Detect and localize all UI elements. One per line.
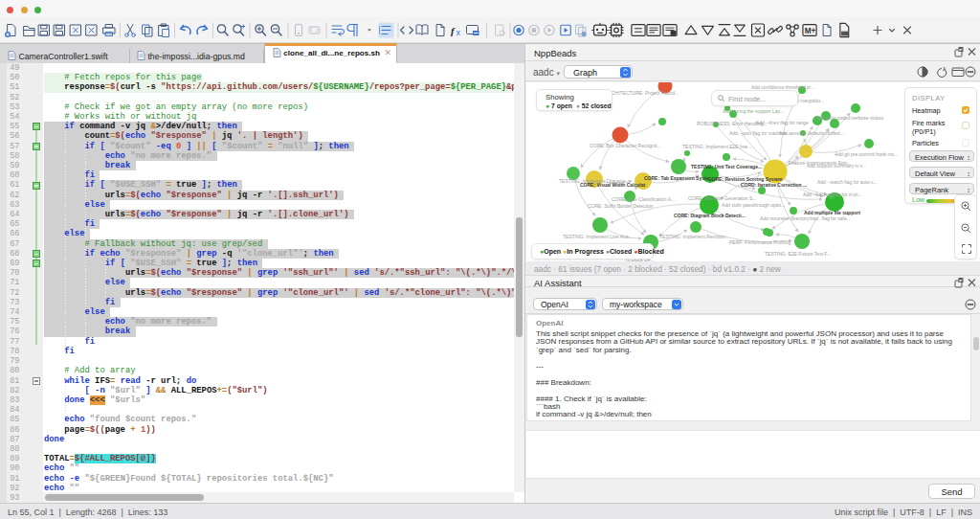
svg-text:x: x (457, 28, 461, 37)
svg-text:CORE: Line Classification A...: CORE: Line Classification A... (612, 196, 675, 202)
svg-text:Add --lines flag for range: Add --lines flag for range (756, 120, 809, 125)
svg-text:CORE: Diagram Block Detecti...: CORE: Diagram Block Detecti... (674, 213, 746, 218)
svg-text:TESTING: Unit Test Coverage...: TESTING: Unit Test Coverage... (691, 164, 763, 169)
svg-text:Add sensible defaults unified.: Add sensible defaults unified... (779, 130, 844, 136)
svg-text:Add support summary in v...: Add support summary in v... (807, 163, 866, 169)
svg-text:CORE: Visual Width Calculat: CORE: Visual Width Calculat (580, 182, 646, 188)
svg-text:CORE: Suffix Border Detection: CORE: Suffix Border Detection (588, 203, 654, 209)
svg-text:f: f (451, 25, 456, 36)
svg-text:Add --watch flag for auto-c...: Add --watch flag for auto-c... (817, 179, 878, 185)
svg-text:Add recursive directory/trav..: Add recursive directory/trav...flag for … (760, 215, 851, 221)
svg-text:ARCHITECTURE: Project Found...: ARCHITECTURE: Project Found... (605, 90, 679, 96)
svg-text:CORE: Revision Generation S...: CORE: Revision Generation S... (688, 195, 756, 201)
svg-text:TESTING: E2E Fixture Test F...: TESTING: E2E Fixture Test F... (765, 251, 831, 257)
svg-text:Add during the support Lay...: Add during the support Lay... (723, 108, 784, 114)
svg-text:CORE: Box Character Recognit..: CORE: Box Character Recognit... (590, 143, 660, 148)
svg-text:CORD: Iterative Correction ...: CORD: Iterative Correction ... (741, 182, 808, 188)
svg-text:Add stdin passthrough optio...: Add stdin passthrough optio... (722, 202, 785, 208)
svg-text:CORE: Tab Expansion Syste...: CORE: Tab Expansion Syste... (644, 175, 713, 181)
svg-text:M+: M+ (805, 27, 816, 35)
svg-text:TESTING: Implement Line Ana...: TESTING: Implement Line Ana... (563, 234, 633, 239)
svg-text:TESTING: Implement Revision...: TESTING: Implement Revision... (659, 234, 729, 239)
svg-text:Add --backup flag for in-pl...: Add --backup flag for in-pl... (803, 192, 861, 197)
svg-text:PERF: Performance Profiling: PERF: Performance Profiling (729, 239, 791, 245)
svg-text:Add git pre-commit hook ins...: Add git pre-commit hook ins... (835, 151, 898, 157)
svg-text:Add color-coded verbose output: Add color-coded verbose output (815, 115, 883, 121)
svg-text:TESTING: Implement E2E Inte...: TESTING: Implement E2E Inte... (682, 144, 752, 149)
